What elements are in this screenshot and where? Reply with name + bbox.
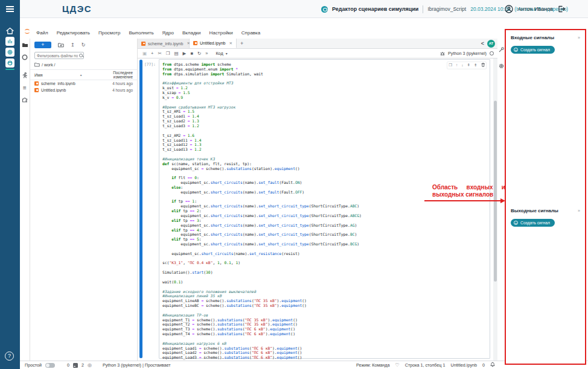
file-filter-input[interactable]: [37, 54, 78, 58]
file-filter-box[interactable]: [34, 52, 84, 59]
sidebar-app-icon-simulation[interactable]: [5, 58, 14, 68]
notebook-content: [77]: ❐ ↑ ↓ ⇞ ⇟ from dtps.scheme import …: [138, 58, 497, 361]
extensions-puzzle-icon[interactable]: [22, 96, 28, 104]
menu-bar: ФайлРедактироватьПросмотрВыполнитьЯдроВк…: [20, 18, 505, 39]
chevron-down-icon: ▾: [226, 51, 228, 55]
file-browser-tab-icon[interactable]: [22, 42, 28, 49]
notebook-file-icon: [141, 42, 145, 46]
logout-icon[interactable]: [558, 5, 565, 13]
menubar-items: ФайлРедактироватьПросмотрВыполнитьЯдроВк…: [36, 26, 269, 37]
restart-run-all-icon[interactable]: »: [205, 51, 208, 56]
debugger-bug-icon[interactable]: [440, 51, 445, 56]
notifications-count: 0: [482, 362, 485, 368]
menu-item[interactable]: Вкладки: [182, 30, 201, 36]
file-browser: + ↥ ↻ / work / Имя ▴ Последнее изменение…: [30, 39, 138, 361]
file-name[interactable]: scheme_info.ipynb: [41, 81, 110, 86]
commands-runner-icon[interactable]: [22, 72, 28, 80]
file-list-item[interactable]: scheme_info.ipynb4 hours ago: [30, 80, 137, 87]
kernel-sessions-icon[interactable]: ◎: [88, 363, 92, 368]
notebook-toolbar: ▣ + ✂ ❐ ▤ ▶ ■ ↻ » Код ▾ Python 3 (ipyker…: [138, 49, 497, 58]
save-icon[interactable]: ▣: [142, 51, 147, 56]
sidebar-app-icon-settings[interactable]: [5, 48, 14, 57]
new-tab-icon[interactable]: +: [237, 39, 247, 48]
cell-editor[interactable]: ❐ ↑ ↓ ⇞ ⇟ from dtps.scheme import scheme…: [159, 59, 490, 359]
document-tab[interactable]: scheme_info.ipynb✕: [138, 39, 190, 48]
stop-kernel-icon[interactable]: ■: [190, 51, 193, 56]
cursor-position[interactable]: Строка 1, столбец 1: [405, 362, 446, 368]
share-icon[interactable]: <: [481, 40, 484, 46]
input-signals-section: Входные сигналы » + Создать сигнал: [506, 30, 585, 54]
collapse-panel-icon[interactable]: »: [578, 36, 580, 40]
notebook-file-icon: [34, 88, 39, 92]
search-icon: [79, 54, 83, 58]
terminal-icon[interactable]: [73, 363, 78, 368]
kernel-status-icon[interactable]: [490, 51, 494, 55]
cell-prompt: [77]:: [144, 62, 156, 66]
app-sidebar: ?: [0, 18, 20, 369]
file-list-item[interactable]: Untitled.ipynb4 hours ago: [30, 87, 137, 93]
statusbar-file-name[interactable]: Untitled.ipynb: [450, 362, 477, 368]
sidebar-app-icon-substation[interactable]: [5, 37, 14, 46]
collapse-panel-icon[interactable]: »: [578, 209, 580, 213]
refresh-icon[interactable]: ↻: [81, 42, 86, 48]
menu-item[interactable]: Файл: [36, 30, 48, 36]
hamburger-menu-icon[interactable]: [0, 0, 20, 18]
new-folder-icon[interactable]: [58, 42, 64, 48]
cell-type-dropdown[interactable]: Код ▾: [216, 51, 227, 56]
code-editor-text[interactable]: from dtps.scheme import scheme from dtps…: [162, 62, 488, 360]
table-of-contents-icon[interactable]: ≡: [23, 85, 27, 91]
collaborator-avatar[interactable]: AT: [487, 40, 495, 48]
run-cell-icon[interactable]: ▶: [183, 51, 187, 56]
divider: [423, 5, 423, 13]
column-modified[interactable]: Последнее изменение: [101, 71, 133, 79]
menu-item[interactable]: Ядро: [162, 30, 174, 36]
copy-cell-icon[interactable]: ❐: [166, 51, 170, 56]
restart-kernel-icon[interactable]: ↻: [197, 51, 201, 56]
cut-cell-icon[interactable]: ✂: [158, 51, 161, 56]
new-launcher-button[interactable]: +: [34, 42, 51, 48]
user-avatar-icon[interactable]: [505, 5, 513, 13]
file-name[interactable]: Untitled.ipynb: [41, 88, 110, 92]
column-name[interactable]: Имя: [34, 73, 43, 77]
app-title: Редактор сценариев симуляции: [332, 6, 418, 12]
tab-label[interactable]: Untitled.ipynb: [200, 41, 225, 45]
close-tab-icon[interactable]: ✕: [229, 41, 232, 46]
menu-item[interactable]: Настройки: [209, 30, 233, 36]
left-tab-strip: ≡: [20, 39, 30, 361]
menu-item[interactable]: Выполнить: [129, 30, 153, 36]
file-list-header[interactable]: Имя ▴ Последнее изменение: [30, 69, 137, 80]
paste-cell-icon[interactable]: ▤: [174, 51, 179, 56]
bell-icon[interactable]: [490, 362, 495, 368]
heart-icon[interactable]: ♡: [395, 362, 400, 368]
upload-icon[interactable]: ↥: [71, 42, 75, 48]
plus-circle-icon: +: [514, 48, 518, 52]
file-modified: 4 hours ago: [112, 88, 133, 92]
create-input-signal-button[interactable]: + Создать сигнал: [511, 46, 555, 54]
brand-logo: ЦДЭС: [62, 4, 92, 14]
sort-icon[interactable]: ▴: [80, 73, 82, 77]
file-list: scheme_info.ipynb4 hours agoUntitled.ipy…: [30, 80, 137, 93]
command-mode-label[interactable]: Режим: Команда: [356, 362, 389, 368]
active-cell-bar[interactable]: [139, 60, 142, 358]
menu-item[interactable]: Справка: [241, 30, 260, 36]
vertical-scrollbar[interactable]: [493, 58, 497, 361]
tab-label[interactable]: scheme_info.ipynb: [148, 42, 183, 46]
running-sessions-icon[interactable]: [22, 54, 28, 62]
kernel-name[interactable]: Python 3 (ipykernel): [448, 51, 487, 56]
annotation-arrow: [424, 200, 501, 201]
breadcrumb[interactable]: / work /: [30, 59, 137, 69]
create-output-signal-button[interactable]: + Создать сигнал: [511, 219, 555, 227]
kernels-count: 2: [81, 362, 84, 368]
menu-item[interactable]: Редактировать: [57, 30, 90, 36]
home-icon[interactable]: [5, 27, 14, 35]
property-inspector-tools-icon[interactable]: [499, 44, 504, 55]
document-tab[interactable]: Untitled.ipynb✕: [190, 39, 237, 48]
help-icon[interactable]: ?: [5, 352, 14, 361]
breadcrumb-path[interactable]: / work /: [42, 63, 56, 67]
simple-mode-toggle[interactable]: [45, 363, 55, 368]
kernel-status-text[interactable]: Python 3 (ipykernel) | Простаивает: [103, 362, 171, 368]
gear-icon[interactable]: [499, 60, 504, 71]
insert-cell-icon[interactable]: +: [151, 51, 153, 56]
script-name: Ibragimov_Script: [427, 6, 466, 12]
menu-item[interactable]: Просмотр: [98, 30, 121, 36]
